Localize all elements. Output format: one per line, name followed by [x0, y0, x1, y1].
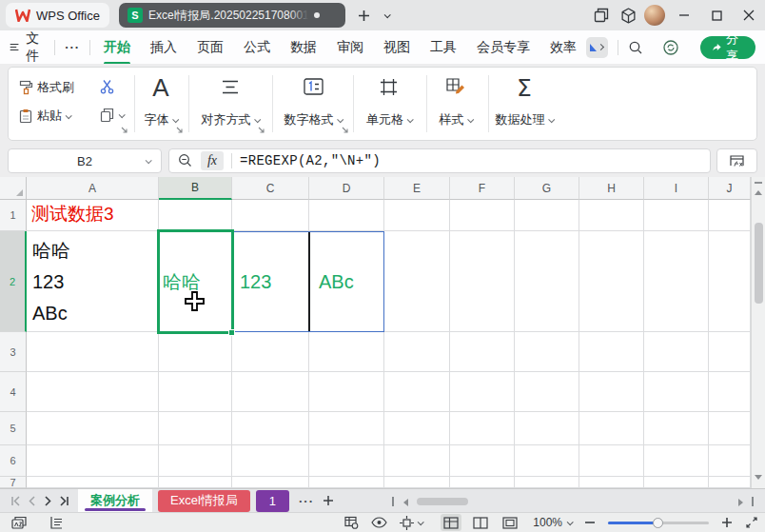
cell-A6[interactable]: [27, 445, 159, 477]
new-tab-button[interactable]: [351, 2, 378, 29]
cell-B3[interactable]: [159, 332, 232, 372]
file-menu[interactable]: 文件: [10, 30, 45, 65]
next-sheet-button[interactable]: [40, 493, 56, 509]
column-header-B[interactable]: B: [159, 177, 232, 200]
page-layout-view-button[interactable]: [470, 514, 491, 531]
menu-item-会员专享[interactable]: 会员专享: [477, 39, 530, 56]
data-processing-menu-button[interactable]: 数据处理: [496, 111, 554, 128]
cell-C1[interactable]: [232, 200, 309, 231]
cell-A4[interactable]: [27, 372, 159, 412]
fill-handle[interactable]: [228, 329, 235, 336]
cut-button[interactable]: [100, 79, 114, 94]
cell-C4[interactable]: [232, 372, 309, 412]
column-header-D[interactable]: D: [309, 177, 384, 200]
cell-A3[interactable]: [27, 332, 159, 372]
sheet-tab-1[interactable]: 1: [256, 490, 289, 512]
scroll-down-icon[interactable]: [755, 475, 762, 480]
column-header-J[interactable]: J: [709, 177, 751, 200]
zoom-slider-thumb[interactable]: [653, 518, 663, 528]
cell-E6[interactable]: [384, 445, 450, 477]
cell-B1[interactable]: [159, 200, 232, 231]
zoom-out-icon[interactable]: [178, 153, 193, 168]
row-header-6[interactable]: 6: [0, 445, 27, 477]
column-header-E[interactable]: E: [384, 177, 450, 200]
column-header-F[interactable]: F: [450, 177, 515, 200]
zoom-in-button[interactable]: [721, 517, 733, 528]
row-header-7[interactable]: 7: [0, 477, 27, 488]
row-header-2[interactable]: 2: [0, 231, 27, 332]
cell-B4[interactable]: [159, 372, 232, 412]
apps-button[interactable]: [615, 2, 641, 29]
first-sheet-button[interactable]: [8, 493, 24, 509]
search-button[interactable]: [628, 40, 643, 55]
scroll-up-icon[interactable]: [755, 190, 762, 195]
number-format-menu-button[interactable]: 数字格式: [284, 111, 343, 128]
tab-split-handle[interactable]: [752, 497, 754, 506]
cell-D3[interactable]: [309, 332, 384, 372]
cell-F4[interactable]: [450, 372, 515, 412]
cell-D5[interactable]: [309, 412, 384, 445]
cells-menu-button[interactable]: 单元格: [366, 111, 412, 128]
cell-C7[interactable]: [232, 477, 309, 488]
ribbon-collapse-button[interactable]: [586, 37, 608, 58]
cell-J4[interactable]: [709, 372, 751, 412]
scroll-right-icon[interactable]: [738, 499, 743, 506]
select-all-corner[interactable]: [0, 177, 27, 200]
cell-I3[interactable]: [644, 332, 709, 372]
add-sheet-button[interactable]: [320, 493, 336, 509]
cell-E4[interactable]: [384, 372, 450, 412]
user-account-button[interactable]: [641, 2, 668, 29]
row-header-5[interactable]: 5: [0, 412, 27, 445]
styles-menu-button[interactable]: 样式: [440, 111, 473, 128]
menu-item-开始[interactable]: 开始: [104, 39, 130, 56]
cell-H3[interactable]: [579, 332, 644, 372]
quick-access-more-button[interactable]: ···: [65, 40, 80, 54]
tab-split-handle[interactable]: [392, 497, 394, 506]
cell-I1[interactable]: [644, 200, 709, 231]
cell-H6[interactable]: [579, 445, 644, 477]
cell-E1[interactable]: [384, 200, 450, 231]
cell-J7[interactable]: [709, 477, 751, 488]
paste-button[interactable]: 粘贴: [18, 108, 70, 125]
cell-E5[interactable]: [384, 412, 450, 445]
menu-item-公式[interactable]: 公式: [244, 39, 270, 56]
more-sheets-button[interactable]: ···: [299, 494, 314, 508]
cell-F7[interactable]: [450, 477, 515, 488]
cell-B5[interactable]: [159, 412, 232, 445]
vertical-scroll-thumb[interactable]: [755, 223, 763, 304]
cell-J1[interactable]: [709, 200, 751, 231]
document-tab[interactable]: S Excel情报局.2025022517080013: [119, 3, 345, 28]
menu-item-插入[interactable]: 插入: [150, 39, 177, 56]
split-handle[interactable]: [755, 182, 762, 184]
cell-H5[interactable]: [579, 412, 644, 445]
switch-window-button[interactable]: [588, 2, 615, 29]
cell-A5[interactable]: [27, 412, 159, 445]
cell-F2[interactable]: [450, 231, 515, 332]
alignment-menu-button[interactable]: 对齐方式: [202, 111, 260, 128]
row-header-3[interactable]: 3: [0, 332, 27, 372]
prev-sheet-button[interactable]: [24, 493, 40, 509]
wps-logo[interactable]: WPS Office: [6, 3, 109, 28]
column-header-H[interactable]: H: [579, 177, 644, 200]
cell-C3[interactable]: [232, 332, 309, 372]
column-header-G[interactable]: G: [515, 177, 579, 200]
eye-protection-button[interactable]: [371, 517, 387, 528]
menu-item-审阅[interactable]: 审阅: [337, 39, 363, 56]
row-header-1[interactable]: 1: [0, 200, 27, 231]
cell-H4[interactable]: [579, 372, 644, 412]
cell-H7[interactable]: [579, 477, 644, 488]
cell-B7[interactable]: [159, 477, 232, 488]
cell-G7[interactable]: [515, 477, 579, 488]
cell-J5[interactable]: [709, 412, 751, 445]
scroll-left-icon[interactable]: [403, 499, 408, 506]
last-sheet-button[interactable]: [56, 493, 72, 509]
cell-J6[interactable]: [709, 445, 751, 477]
cell-E3[interactable]: [384, 332, 450, 372]
macro-button[interactable]: [11, 516, 27, 529]
menu-item-视图[interactable]: 视图: [383, 39, 410, 56]
cloud-sync-button[interactable]: [662, 39, 679, 56]
close-button[interactable]: [733, 1, 765, 30]
name-box[interactable]: B2: [8, 148, 162, 173]
cell-G1[interactable]: [515, 200, 579, 231]
cell-G3[interactable]: [515, 332, 579, 372]
